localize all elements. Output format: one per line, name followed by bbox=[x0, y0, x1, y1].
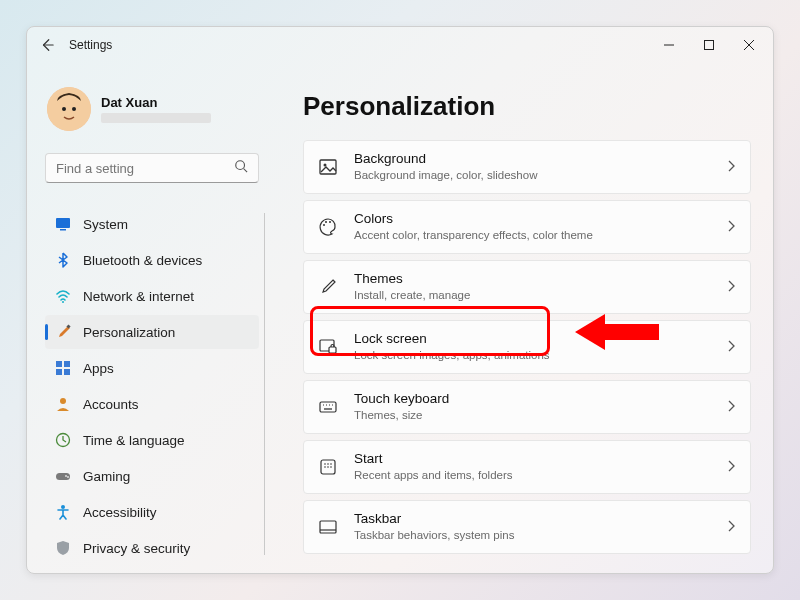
profile-email-redacted bbox=[101, 113, 211, 123]
sidebar-item-network[interactable]: Network & internet bbox=[45, 279, 259, 313]
card-touchkeyboard[interactable]: Touch keyboard Themes, size bbox=[303, 380, 751, 434]
svg-point-41 bbox=[327, 466, 329, 468]
chevron-right-icon bbox=[726, 518, 736, 536]
svg-point-42 bbox=[330, 466, 332, 468]
card-subtitle: Recent apps and items, folders bbox=[354, 468, 710, 482]
sidebar-divider bbox=[264, 213, 265, 555]
card-start[interactable]: Start Recent apps and items, folders bbox=[303, 440, 751, 494]
search-box[interactable] bbox=[45, 153, 259, 183]
card-subtitle: Lock screen images, apps, animations bbox=[354, 348, 710, 362]
close-button[interactable] bbox=[729, 29, 769, 61]
nav-list: System Bluetooth & devices Network & int… bbox=[45, 207, 259, 565]
svg-point-37 bbox=[324, 463, 326, 465]
card-subtitle: Install, create, manage bbox=[354, 288, 710, 302]
svg-rect-30 bbox=[320, 402, 336, 412]
svg-rect-43 bbox=[320, 521, 336, 533]
card-colors[interactable]: Colors Accent color, transparency effect… bbox=[303, 200, 751, 254]
maximize-button[interactable] bbox=[689, 29, 729, 61]
svg-point-7 bbox=[236, 161, 245, 170]
chevron-right-icon bbox=[726, 458, 736, 476]
sidebar-item-label: Privacy & security bbox=[83, 541, 190, 556]
window-controls bbox=[649, 29, 769, 61]
system-icon bbox=[55, 216, 71, 232]
svg-point-17 bbox=[60, 398, 66, 404]
svg-point-27 bbox=[329, 221, 331, 223]
sidebar-item-label: Time & language bbox=[83, 433, 185, 448]
sidebar-item-time[interactable]: Time & language bbox=[45, 423, 259, 457]
sidebar-item-label: System bbox=[83, 217, 128, 232]
sidebar-item-privacy[interactable]: Privacy & security bbox=[45, 531, 259, 565]
svg-point-5 bbox=[62, 107, 66, 111]
card-title: Themes bbox=[354, 271, 710, 288]
bluetooth-icon bbox=[55, 252, 71, 268]
lockscreen-icon bbox=[318, 337, 338, 357]
card-title: Lock screen bbox=[354, 331, 710, 348]
image-icon bbox=[318, 157, 338, 177]
sidebar-item-label: Accessibility bbox=[83, 505, 157, 520]
svg-point-40 bbox=[324, 466, 326, 468]
paintbrush-icon bbox=[55, 324, 71, 340]
start-icon bbox=[318, 457, 338, 477]
keyboard-icon bbox=[318, 397, 338, 417]
avatar bbox=[47, 87, 91, 131]
chevron-right-icon bbox=[726, 218, 736, 236]
sidebar-item-label: Personalization bbox=[83, 325, 175, 340]
svg-rect-14 bbox=[64, 361, 70, 367]
card-title: Background bbox=[354, 151, 710, 168]
wifi-icon bbox=[55, 288, 71, 304]
gamepad-icon bbox=[55, 468, 71, 484]
cards-list: Background Background image, color, slid… bbox=[303, 140, 751, 554]
card-title: Colors bbox=[354, 211, 710, 228]
card-themes[interactable]: Themes Install, create, manage bbox=[303, 260, 751, 314]
card-subtitle: Background image, color, slideshow bbox=[354, 168, 710, 182]
card-title: Taskbar bbox=[354, 511, 710, 528]
apps-icon bbox=[55, 360, 71, 376]
card-taskbar[interactable]: Taskbar Taskbar behaviors, system pins bbox=[303, 500, 751, 554]
back-button[interactable] bbox=[39, 37, 55, 53]
svg-rect-1 bbox=[705, 41, 714, 50]
sidebar-item-label: Network & internet bbox=[83, 289, 194, 304]
svg-point-21 bbox=[67, 476, 69, 478]
sidebar-item-label: Apps bbox=[83, 361, 114, 376]
sidebar-item-system[interactable]: System bbox=[45, 207, 259, 241]
sidebar: Dat Xuan System Bluetooth & devi bbox=[27, 63, 275, 573]
sidebar-item-label: Accounts bbox=[83, 397, 139, 412]
svg-point-38 bbox=[327, 463, 329, 465]
minimize-button[interactable] bbox=[649, 29, 689, 61]
card-background[interactable]: Background Background image, color, slid… bbox=[303, 140, 751, 194]
card-title: Start bbox=[354, 451, 710, 468]
search-input[interactable] bbox=[56, 161, 216, 176]
card-lockscreen[interactable]: Lock screen Lock screen images, apps, an… bbox=[303, 320, 751, 374]
svg-rect-10 bbox=[60, 229, 66, 231]
palette-icon bbox=[318, 217, 338, 237]
sidebar-item-gaming[interactable]: Gaming bbox=[45, 459, 259, 493]
sidebar-item-accounts[interactable]: Accounts bbox=[45, 387, 259, 421]
sidebar-item-label: Gaming bbox=[83, 469, 130, 484]
sidebar-item-personalization[interactable]: Personalization bbox=[45, 315, 259, 349]
sidebar-item-accessibility[interactable]: Accessibility bbox=[45, 495, 259, 529]
page-heading: Personalization bbox=[303, 91, 751, 122]
taskbar-icon bbox=[318, 517, 338, 537]
chevron-right-icon bbox=[726, 158, 736, 176]
titlebar: Settings bbox=[27, 27, 773, 63]
card-subtitle: Themes, size bbox=[354, 408, 710, 422]
svg-point-26 bbox=[325, 221, 327, 223]
chevron-right-icon bbox=[726, 338, 736, 356]
svg-point-24 bbox=[324, 164, 327, 167]
svg-point-20 bbox=[65, 475, 67, 477]
clock-globe-icon bbox=[55, 432, 71, 448]
profile-block[interactable]: Dat Xuan bbox=[45, 81, 259, 135]
card-subtitle: Taskbar behaviors, system pins bbox=[354, 528, 710, 542]
sidebar-item-label: Bluetooth & devices bbox=[83, 253, 202, 268]
chevron-right-icon bbox=[726, 278, 736, 296]
sidebar-item-apps[interactable]: Apps bbox=[45, 351, 259, 385]
profile-name: Dat Xuan bbox=[101, 95, 211, 111]
sidebar-item-bluetooth[interactable]: Bluetooth & devices bbox=[45, 243, 259, 277]
window-title: Settings bbox=[69, 38, 112, 52]
svg-point-39 bbox=[330, 463, 332, 465]
svg-point-6 bbox=[72, 107, 76, 111]
svg-rect-29 bbox=[329, 347, 336, 353]
svg-point-22 bbox=[61, 505, 65, 509]
search-icon bbox=[234, 159, 248, 177]
svg-rect-9 bbox=[56, 218, 70, 228]
